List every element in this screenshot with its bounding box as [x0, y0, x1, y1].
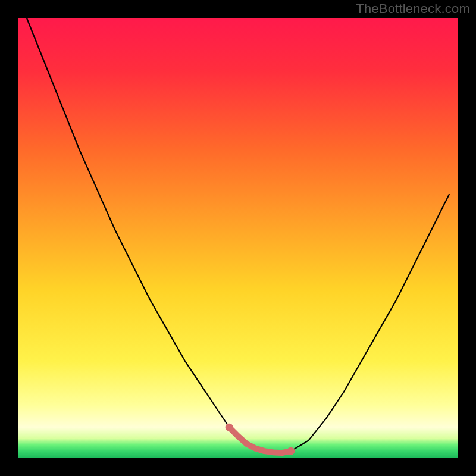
chart-frame: TheBottleneck.com — [0, 0, 476, 476]
highlight-endpoint — [226, 424, 233, 431]
bottleneck-chart — [0, 0, 476, 476]
highlight-endpoint — [287, 447, 295, 455]
gradient-background — [18, 18, 458, 458]
watermark-text: TheBottleneck.com — [356, 1, 470, 17]
